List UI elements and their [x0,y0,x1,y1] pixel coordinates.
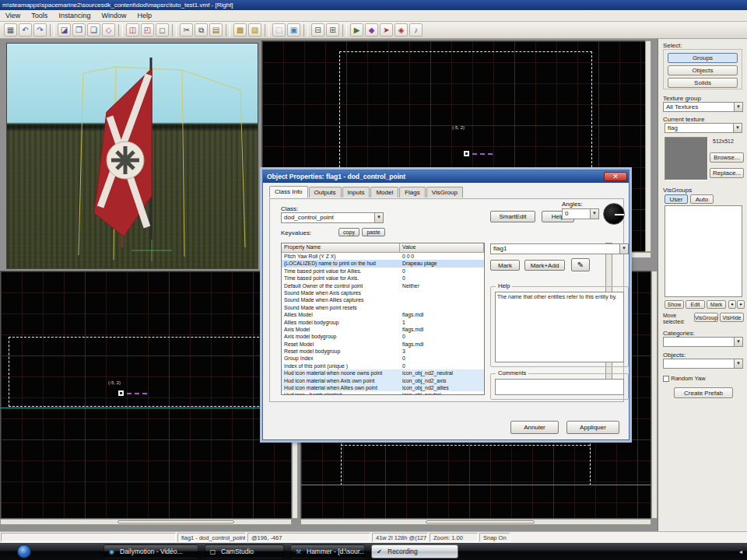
menu-item[interactable]: Tools [26,11,53,20]
sep[interactable] [226,24,230,37]
entity-report-icon[interactable]: ◆ [365,23,378,37]
table-row[interactable]: Group Index 0 [282,355,484,362]
table-row[interactable]: Index of this point (unique ) 0 [282,362,484,369]
dialog-tab[interactable]: Class Info [269,186,308,198]
paste-icon[interactable]: ▤ [209,23,223,37]
sep[interactable] [50,24,54,37]
table-row[interactable]: Time based point value for Axis. 0 [282,275,484,282]
table-row[interactable]: Sound Made when point resets [282,304,484,311]
visgroup-button[interactable]: Show [665,300,684,309]
sep[interactable] [172,24,177,37]
table-row[interactable]: Allies model bodygroup 1 [282,319,484,326]
selection-mode-button[interactable]: Groups [668,53,738,63]
run-map-icon[interactable]: ▶ [350,23,363,37]
grid-smaller-icon[interactable]: ⊟ [311,23,324,37]
visgroup-list[interactable] [665,205,742,297]
smartedit-button[interactable]: SmartEdit [490,211,535,222]
taskbar-button[interactable]: ▢ CamStudio [205,544,284,558]
chevron-down-icon[interactable]: ▼ [374,213,383,222]
chevron-down-icon[interactable]: ▼ [734,359,742,368]
viewport-front-hscrollbar[interactable] [300,519,651,525]
taskbar-button[interactable]: ⚒ Hammer - [d:\sour... [290,544,365,558]
selection-mode-button[interactable]: Objects [668,65,738,75]
table-row[interactable]: Hud icon - bomb planted icon_obj_neutral [282,391,484,395]
visgroup-button[interactable]: Mark [707,300,726,309]
dialog-title-bar[interactable]: Object Properties: flag1 - dod_control_p… [263,170,629,183]
sep[interactable] [265,24,269,37]
chevron-down-icon[interactable]: ▼ [590,209,598,219]
hide-selected-icon[interactable]: ◫ [126,23,139,37]
chevron-down-icon[interactable]: ▼ [734,103,742,111]
create-prefab-button[interactable]: Create Prefab [674,387,733,398]
selection-bounds[interactable] [9,337,290,407]
visgroup-tab[interactable]: Auto [690,194,714,204]
keyvalue-edit-combobox[interactable]: flag1 ▼ [490,243,629,254]
taskbar-button[interactable]: ✔ Recording [371,544,458,558]
copy-keyvalues-button[interactable]: copy [338,228,359,236]
carve-icon[interactable]: ◪ [58,23,71,37]
hide-unselected-icon[interactable]: ◰ [141,23,154,37]
chevron-down-icon[interactable]: ▼ [619,244,628,254]
angle-dial[interactable] [603,203,625,225]
angles-select[interactable]: 0 ▼ [562,208,599,219]
viewport-front-vscrollbar[interactable] [651,271,658,519]
menu-item[interactable]: Instancing [53,11,96,20]
title-bar[interactable]: m\steamapps\spacemarine2\sourcesdk_conte… [0,0,747,10]
table-row[interactable]: Hud icon material when noone owns point … [282,369,484,376]
dialog-tab[interactable]: Inputs [342,187,370,198]
viewport-side-hscrollbar[interactable] [0,519,292,525]
path-tool-icon[interactable]: ➤ [380,23,393,37]
class-select[interactable]: dod_control_point ▼ [281,212,384,223]
chevron-down-icon[interactable]: ▼ [733,124,742,132]
table-row[interactable]: Pitch Yaw Roll (Y Z X) 0 0 0 [282,253,484,260]
viewport-top-vscrollbar[interactable] [645,40,651,252]
sound-browser-icon[interactable]: ♪ [409,23,423,37]
mark-add-button[interactable]: Mark+Add [524,260,565,271]
apply-button[interactable]: Appliquer [566,421,619,434]
mark-button[interactable]: Mark [490,260,520,271]
texture-group-select[interactable]: All Textures ▼ [663,102,743,112]
visgroup-tab[interactable]: User [665,194,688,204]
start-button[interactable] [17,544,31,558]
texture-lock-icon[interactable]: ▩ [233,23,247,37]
cancel-button[interactable]: Annuler [510,421,559,434]
entity-marker-flag1[interactable] [117,390,124,397]
tray-chevron-icon[interactable]: ◂ [739,548,742,555]
table-row[interactable]: Allies Model flags.mdl [282,311,484,318]
taskbar-button[interactable]: ◉ Dailymotion - Vidéo... [103,544,198,558]
current-texture-select[interactable]: flag ▼ [665,123,742,133]
table-row[interactable]: Reset Model flags.mdl [282,341,484,348]
sep[interactable] [118,24,123,37]
table-row[interactable]: Sound Made when Allies captures [282,296,484,303]
replace-button[interactable]: Replace... [710,168,744,178]
ignore-groups-icon[interactable]: ◇ [102,23,115,37]
viewport-3d-camera[interactable] [6,43,258,269]
visgroup-show-dot-button[interactable]: ● [728,300,736,309]
undo-icon[interactable]: ↶ [19,23,32,37]
dialog-tab[interactable]: Flags [399,187,426,198]
table-row[interactable]: Hud icon material when Axis own point ic… [282,377,484,384]
move-selected-button[interactable]: VisGroup [694,313,718,322]
table-row[interactable]: (LOCALIZED) name to print on the hud Dra… [282,260,484,267]
paste-keyvalues-button[interactable]: paste [362,228,385,236]
menu-item[interactable]: Help [132,11,157,20]
checkbox-icon[interactable] [663,376,669,382]
redo-icon[interactable]: ↷ [33,23,47,37]
menu-item[interactable]: Window [96,11,132,20]
random-yaw-checkbox[interactable]: Random Yaw [663,375,706,382]
close-icon[interactable]: ✕ [604,172,627,181]
sep[interactable] [303,24,308,37]
texture-application-icon[interactable]: ▨ [248,23,261,37]
group-icon[interactable]: ❐ [72,23,86,37]
copy-icon[interactable]: ⧉ [195,23,208,37]
select-touching-icon[interactable]: ⬚ [272,23,286,37]
table-row[interactable]: Axis Model flags.mdl [282,326,484,333]
move-selected-button[interactable]: VisHide [720,313,744,322]
table-row[interactable]: Sound Made when Axis captures [282,289,484,296]
comments-field[interactable] [495,379,624,395]
property-table-header[interactable]: Property Name Value [282,243,484,253]
grid-larger-icon[interactable]: ⊞ [326,23,339,37]
show-all-icon[interactable]: ◻ [156,23,169,37]
dialog-tab[interactable]: Outputs [309,187,342,198]
dialog-tab[interactable]: Model [370,187,398,198]
